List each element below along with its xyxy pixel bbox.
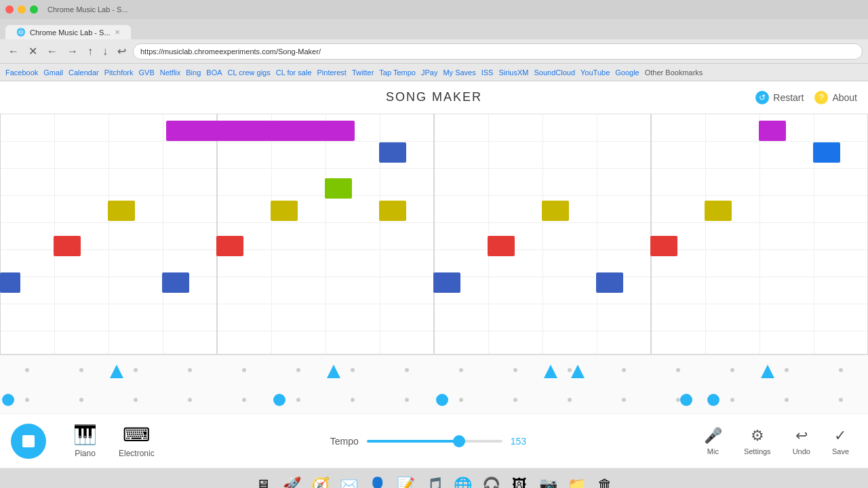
up-btn[interactable]: ↑	[85, 44, 96, 59]
bookmark-pitchfork[interactable]: Pitchfork	[104, 68, 134, 77]
bookmark-pinterest[interactable]: Pinterest	[317, 68, 347, 77]
dock-trash[interactable]: 🗑	[592, 472, 618, 489]
dock-camera[interactable]: 📷	[535, 472, 561, 489]
tempo-slider-track[interactable]	[367, 440, 502, 443]
note-red-2[interactable]	[216, 236, 243, 256]
tempo-section: Tempo 153	[165, 436, 696, 447]
note-darkblue-2[interactable]	[162, 272, 189, 293]
note-red-4[interactable]	[650, 236, 677, 256]
about-button[interactable]: ? About	[814, 91, 857, 104]
drum-circle-2	[273, 394, 285, 406]
dock-finder[interactable]: 🖥	[250, 472, 276, 489]
bookmark-soundcloud[interactable]: SoundCloud	[534, 68, 575, 77]
piano-icon: 🎹	[73, 424, 97, 446]
note-darkblue-4[interactable]	[596, 272, 623, 293]
forward-btn[interactable]: →	[64, 44, 81, 59]
drum-circle-5	[707, 394, 719, 406]
close-btn[interactable]: ✕	[26, 43, 40, 59]
grid-canvas	[0, 114, 868, 354]
bookmark-iss[interactable]: ISS	[481, 68, 494, 77]
close-window-btn[interactable]	[5, 5, 14, 14]
down-btn[interactable]: ↓	[100, 44, 111, 59]
browser-tab[interactable]: 🌐 Chrome Music Lab - S... ✕	[5, 25, 131, 39]
note-grid[interactable]	[0, 114, 868, 354]
bookmark-jpay[interactable]: JPay	[421, 68, 437, 77]
note-yellow-2[interactable]	[271, 201, 298, 221]
drum-circle-4	[680, 394, 692, 406]
dock-photos[interactable]: 🖼	[507, 472, 532, 489]
note-purple-1[interactable]	[166, 121, 355, 141]
bookmark-cl-crew-gigs[interactable]: CL crew gigs	[228, 68, 271, 77]
bookmark-tap-tempo[interactable]: Tap Tempo	[379, 68, 416, 77]
minimize-window-btn[interactable]	[18, 5, 26, 14]
bookmark-cl-for-sale[interactable]: CL for sale	[276, 68, 312, 77]
note-blue-2[interactable]	[813, 142, 840, 163]
dock-spotify[interactable]: 🎧	[478, 472, 504, 489]
app-title: SONG MAKER	[386, 90, 482, 104]
reload-btn[interactable]: ↩	[115, 43, 129, 59]
grid-lines	[0, 114, 868, 354]
dock-contacts[interactable]: 👤	[364, 472, 390, 489]
play-stop-button[interactable]	[11, 424, 46, 459]
restart-button[interactable]: ↺ Restart	[755, 91, 804, 104]
note-yellow-1[interactable]	[108, 201, 135, 221]
bookmark-youtube[interactable]: YouTube	[580, 68, 610, 77]
note-red-3[interactable]	[488, 236, 515, 256]
tab-close-btn[interactable]: ✕	[115, 28, 120, 36]
note-yellow-5[interactable]	[705, 201, 732, 221]
dock-chrome[interactable]: 🌐	[450, 472, 475, 489]
dock-safari[interactable]: 🧭	[307, 472, 333, 489]
bookmark-other[interactable]: Other Bookmarks	[645, 68, 703, 77]
bookmark-facebook[interactable]: Facebook	[5, 68, 38, 77]
note-green-1[interactable]	[325, 178, 352, 199]
address-bar[interactable]: https://musiclab.chromeexperiments.com/S…	[133, 43, 863, 60]
note-darkblue-3[interactable]	[433, 272, 460, 293]
about-label: About	[832, 92, 857, 103]
bottom-controls: 🎹 Piano ⌨ Electronic Tempo 153 🎤 Mic	[0, 413, 868, 468]
dock-mail[interactable]: ✉️	[336, 472, 361, 489]
maximize-window-btn[interactable]	[30, 5, 38, 14]
dock-finder2[interactable]: 📁	[564, 472, 589, 489]
about-icon: ?	[814, 91, 828, 104]
drum-section[interactable]	[0, 354, 868, 413]
bookmarks-bar: Facebook Gmail Calendar Pitchfork GVB Ne…	[0, 64, 868, 81]
header-right: ↺ Restart ? About	[755, 91, 857, 104]
forward-back-btn[interactable]: ←	[44, 44, 60, 59]
svg-rect-0	[0, 114, 868, 354]
note-yellow-4[interactable]	[542, 201, 569, 221]
settings-button[interactable]: ⚙ Settings	[736, 427, 779, 455]
note-darkblue-1[interactable]	[0, 272, 20, 293]
note-blue-1[interactable]	[379, 142, 406, 163]
mac-dock: 🖥 🚀 🧭 ✉️ 👤 📝 🎵 🌐 🎧 🖼 📷 📁 🗑	[0, 468, 868, 488]
piano-instrument-btn[interactable]: 🎹 Piano	[62, 424, 108, 458]
bookmark-netflix[interactable]: Netflix	[160, 68, 181, 77]
drum-grid	[0, 355, 868, 413]
save-label: Save	[832, 447, 849, 455]
bookmark-boa[interactable]: BOA	[206, 68, 222, 77]
note-purple-2[interactable]	[759, 121, 786, 141]
dock-notes[interactable]: 📝	[393, 472, 418, 489]
bookmark-siriusxm[interactable]: SiriusXM	[498, 68, 528, 77]
undo-button[interactable]: ↩ Undo	[785, 427, 818, 455]
electronic-instrument-btn[interactable]: ⌨ Electronic	[108, 424, 165, 458]
note-yellow-3[interactable]	[379, 201, 406, 221]
bookmark-google[interactable]: Google	[615, 68, 639, 77]
settings-label: Settings	[744, 447, 771, 455]
save-button[interactable]: ✓ Save	[824, 427, 857, 455]
song-maker-app: SONG MAKER ↺ Restart ? About	[0, 81, 868, 468]
note-red-1[interactable]	[54, 236, 81, 256]
tab-title: Chrome Music Lab - S...	[30, 28, 111, 37]
bookmark-gmail[interactable]: Gmail	[43, 68, 63, 77]
bookmark-gvb[interactable]: GVB	[138, 68, 154, 77]
mic-button[interactable]: 🎤 Mic	[696, 427, 730, 455]
dock-launchpad[interactable]: 🚀	[279, 472, 304, 489]
bookmark-my-saves[interactable]: My Saves	[443, 68, 475, 77]
bookmark-bing[interactable]: Bing	[186, 68, 201, 77]
back-btn[interactable]: ←	[5, 44, 22, 59]
dock-itunes[interactable]: 🎵	[421, 472, 447, 489]
nav-bar: ← ✕ ← → ↑ ↓ ↩ https://musiclab.chromeexp…	[0, 39, 868, 64]
bookmark-twitter[interactable]: Twitter	[352, 68, 374, 77]
tempo-slider-thumb[interactable]	[453, 435, 465, 447]
title-bar: Chrome Music Lab - S...	[0, 0, 868, 19]
bookmark-calendar[interactable]: Calendar	[68, 68, 99, 77]
